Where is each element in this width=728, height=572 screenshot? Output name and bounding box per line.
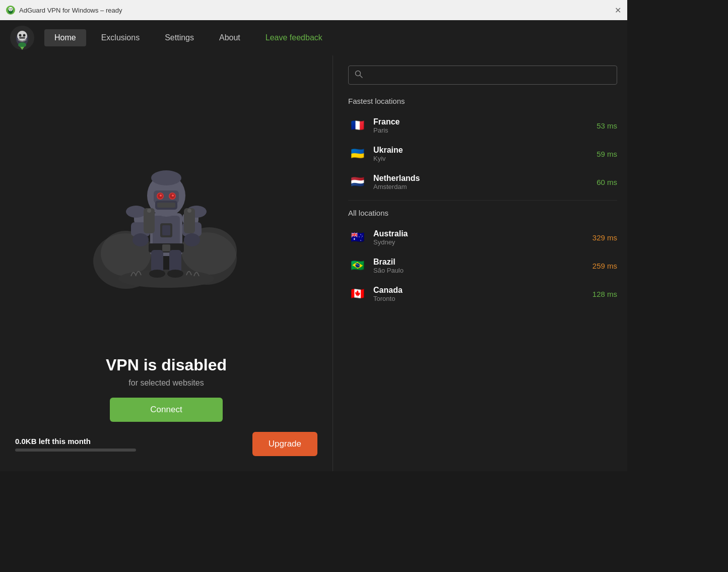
- brazil-city: São Paulo: [373, 267, 592, 274]
- status-area: VPN is disabled for selected websites: [106, 356, 227, 388]
- svg-point-39: [172, 195, 174, 197]
- close-button[interactable]: ✕: [615, 6, 621, 15]
- svg-point-24: [167, 270, 183, 278]
- france-name: France: [373, 117, 597, 126]
- australia-ping: 329 ms: [592, 233, 617, 242]
- search-input[interactable]: [367, 71, 611, 80]
- search-bar[interactable]: [348, 66, 617, 85]
- list-item[interactable]: 🇳🇱 Netherlands Amsterdam 60 ms: [348, 168, 617, 196]
- title-bar: AdGuard VPN for Windows – ready ✕: [0, 0, 627, 20]
- canada-flag-icon: 🇨🇦: [348, 285, 366, 303]
- content-area: VPN is disabled for selected websites Co…: [0, 55, 627, 471]
- section-divider: [348, 200, 617, 201]
- svg-point-23: [149, 270, 165, 278]
- netherlands-flag-icon: 🇳🇱: [348, 173, 366, 191]
- svg-point-49: [147, 209, 151, 213]
- search-icon: [355, 70, 363, 80]
- svg-point-11: [18, 42, 26, 47]
- svg-point-3: [10, 9, 11, 10]
- svg-point-38: [160, 195, 162, 197]
- ukraine-city: Kyiv: [373, 155, 597, 162]
- ukraine-name: Ukraine: [373, 146, 597, 155]
- ukraine-ping: 59 ms: [597, 150, 617, 158]
- upgrade-button[interactable]: Upgrade: [252, 432, 317, 456]
- brazil-name: Brazil: [373, 258, 592, 267]
- list-item[interactable]: 🇫🇷 France Paris 53 ms: [348, 111, 617, 140]
- australia-city: Sydney: [373, 238, 592, 246]
- svg-rect-20: [162, 244, 170, 251]
- svg-point-9: [23, 34, 26, 37]
- nav-about[interactable]: About: [209, 29, 250, 46]
- mascot-illustration: [86, 125, 247, 296]
- svg-rect-46: [162, 225, 170, 235]
- australia-name: Australia: [373, 229, 592, 238]
- canada-city: Toronto: [373, 295, 592, 302]
- svg-point-50: [187, 209, 191, 213]
- netherlands-city: Amsterdam: [373, 183, 597, 190]
- svg-line-52: [360, 76, 363, 78]
- app-body: Home Exclusions Settings About Leave fee…: [0, 20, 627, 471]
- brazil-info: Brazil São Paulo: [373, 258, 592, 274]
- svg-point-4: [11, 9, 12, 10]
- ukraine-info: Ukraine Kyiv: [373, 146, 597, 162]
- mascot-area: [86, 66, 247, 356]
- svg-rect-42: [157, 203, 175, 208]
- vpn-status-subtitle: for selected websites: [106, 378, 227, 388]
- bottom-bar: 0.0KB left this month Upgrade: [10, 432, 322, 456]
- nav-settings[interactable]: Settings: [155, 29, 204, 46]
- canada-info: Canada Toronto: [373, 286, 592, 302]
- all-locations-title: All locations: [348, 209, 617, 217]
- netherlands-ping: 60 ms: [597, 178, 617, 186]
- svg-rect-22: [169, 250, 181, 273]
- nav-logo-icon: [10, 26, 34, 50]
- ukraine-flag-icon: 🇺🇦: [348, 145, 366, 163]
- svg-point-8: [19, 34, 22, 37]
- france-city: Paris: [373, 126, 597, 134]
- australia-info: Australia Sydney: [373, 229, 592, 246]
- brazil-flag-icon: 🇧🇷: [348, 257, 366, 275]
- data-left-label: 0.0KB left this month: [15, 437, 136, 446]
- netherlands-name: Netherlands: [373, 174, 597, 183]
- svg-point-30: [184, 233, 200, 246]
- svg-rect-21: [151, 250, 163, 273]
- france-flag-icon: 🇫🇷: [348, 116, 366, 135]
- title-bar-left: AdGuard VPN for Windows – ready: [6, 6, 122, 15]
- adguard-logo-icon: [6, 6, 15, 15]
- canada-ping: 128 ms: [592, 290, 617, 298]
- nav-feedback[interactable]: Leave feedback: [255, 29, 333, 46]
- france-ping: 53 ms: [597, 121, 617, 130]
- data-progress-bar: [15, 449, 136, 452]
- svg-point-40: [151, 170, 181, 185]
- canada-name: Canada: [373, 286, 592, 295]
- fastest-locations-title: Fastest locations: [348, 97, 617, 105]
- list-item[interactable]: 🇨🇦 Canada Toronto 128 ms: [348, 280, 617, 308]
- australia-flag-icon: 🇦🇺: [348, 228, 366, 246]
- data-usage-section: 0.0KB left this month: [15, 437, 136, 452]
- list-item[interactable]: 🇦🇺 Australia Sydney 329 ms: [348, 223, 617, 251]
- list-item[interactable]: 🇧🇷 Brazil São Paulo 259 ms: [348, 251, 617, 280]
- vpn-status-title: VPN is disabled: [106, 356, 227, 374]
- nav-bar: Home Exclusions Settings About Leave fee…: [0, 20, 627, 55]
- svg-point-7: [17, 31, 27, 41]
- france-info: France Paris: [373, 117, 597, 134]
- left-panel: VPN is disabled for selected websites Co…: [0, 55, 333, 471]
- brazil-ping: 259 ms: [592, 262, 617, 270]
- connect-button[interactable]: Connect: [110, 398, 222, 422]
- nav-home[interactable]: Home: [44, 29, 86, 46]
- svg-rect-10: [19, 37, 25, 39]
- right-panel: Fastest locations 🇫🇷 France Paris 53 ms …: [333, 55, 627, 471]
- netherlands-info: Netherlands Amsterdam: [373, 174, 597, 190]
- svg-point-43: [126, 206, 146, 218]
- nav-exclusions[interactable]: Exclusions: [91, 29, 150, 46]
- svg-point-29: [133, 233, 149, 246]
- list-item[interactable]: 🇺🇦 Ukraine Kyiv 59 ms: [348, 140, 617, 168]
- title-bar-title: AdGuard VPN for Windows – ready: [19, 7, 122, 14]
